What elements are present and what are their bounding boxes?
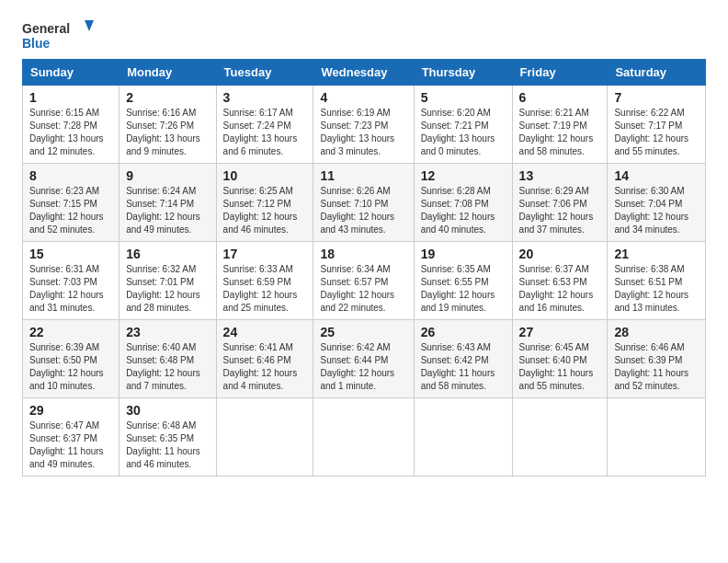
calendar-cell: 13Sunrise: 6:29 AMSunset: 7:06 PMDayligh… (512, 164, 608, 242)
calendar-cell (216, 398, 313, 477)
day-info: Sunrise: 6:47 AMSunset: 6:37 PMDaylight:… (29, 419, 112, 471)
day-number: 19 (421, 247, 506, 261)
day-info: Sunrise: 6:31 AMSunset: 7:03 PMDaylight:… (29, 263, 112, 315)
day-info: Sunrise: 6:32 AMSunset: 7:01 PMDaylight:… (126, 263, 209, 315)
day-info: Sunrise: 6:40 AMSunset: 6:48 PMDaylight:… (126, 341, 209, 393)
calendar-cell: 29Sunrise: 6:47 AMSunset: 6:37 PMDayligh… (23, 398, 119, 477)
day-info: Sunrise: 6:24 AMSunset: 7:14 PMDaylight:… (126, 185, 209, 236)
calendar-cell (608, 398, 706, 477)
svg-marker-2 (85, 20, 94, 31)
logo-svg: General Blue (22, 18, 96, 53)
day-info: Sunrise: 6:29 AMSunset: 7:06 PMDaylight:… (519, 185, 601, 236)
day-number: 11 (320, 168, 406, 183)
calendar-cell: 5Sunrise: 6:20 AMSunset: 7:21 PMDaylight… (414, 86, 512, 164)
day-info: Sunrise: 6:45 AMSunset: 6:40 PMDaylight:… (519, 341, 601, 393)
calendar-cell: 20Sunrise: 6:37 AMSunset: 6:53 PMDayligh… (512, 242, 608, 320)
day-info: Sunrise: 6:23 AMSunset: 7:15 PMDaylight:… (29, 185, 112, 236)
day-number: 10 (223, 168, 307, 183)
day-info: Sunrise: 6:37 AMSunset: 6:53 PMDaylight:… (519, 263, 601, 315)
day-number: 5 (421, 90, 506, 105)
calendar-cell: 17Sunrise: 6:33 AMSunset: 6:59 PMDayligh… (216, 242, 313, 320)
calendar-cell: 21Sunrise: 6:38 AMSunset: 6:51 PMDayligh… (608, 242, 706, 320)
day-info: Sunrise: 6:19 AMSunset: 7:23 PMDaylight:… (320, 107, 406, 158)
day-info: Sunrise: 6:22 AMSunset: 7:17 PMDaylight:… (614, 107, 699, 158)
calendar-cell: 27Sunrise: 6:45 AMSunset: 6:40 PMDayligh… (512, 320, 608, 398)
day-info: Sunrise: 6:15 AMSunset: 7:28 PMDaylight:… (29, 107, 112, 158)
calendar-cell: 22Sunrise: 6:39 AMSunset: 6:50 PMDayligh… (23, 320, 119, 398)
day-number: 18 (320, 247, 406, 261)
day-info: Sunrise: 6:39 AMSunset: 6:50 PMDaylight:… (29, 341, 112, 393)
logo: General Blue (22, 18, 96, 53)
week-row-2: 8Sunrise: 6:23 AMSunset: 7:15 PMDaylight… (23, 164, 706, 242)
header-tuesday: Tuesday (216, 60, 313, 86)
day-number: 13 (519, 168, 601, 183)
calendar-cell: 19Sunrise: 6:35 AMSunset: 6:55 PMDayligh… (414, 242, 512, 320)
day-info: Sunrise: 6:34 AMSunset: 6:57 PMDaylight:… (320, 263, 406, 315)
calendar-cell (313, 398, 414, 477)
calendar-cell: 30Sunrise: 6:48 AMSunset: 6:35 PMDayligh… (119, 398, 216, 477)
day-info: Sunrise: 6:38 AMSunset: 6:51 PMDaylight:… (614, 263, 699, 315)
day-number: 27 (519, 325, 601, 339)
day-number: 24 (223, 325, 307, 339)
day-number: 8 (29, 168, 112, 183)
day-number: 22 (29, 325, 112, 339)
header-monday: Monday (119, 60, 216, 86)
calendar-cell: 11Sunrise: 6:26 AMSunset: 7:10 PMDayligh… (313, 164, 414, 242)
day-number: 6 (519, 90, 601, 105)
week-row-1: 1Sunrise: 6:15 AMSunset: 7:28 PMDaylight… (23, 86, 706, 164)
calendar-cell: 8Sunrise: 6:23 AMSunset: 7:15 PMDaylight… (23, 164, 119, 242)
calendar-cell: 25Sunrise: 6:42 AMSunset: 6:44 PMDayligh… (313, 320, 414, 398)
day-info: Sunrise: 6:48 AMSunset: 6:35 PMDaylight:… (126, 419, 209, 471)
svg-text:General: General (22, 21, 70, 36)
day-info: Sunrise: 6:26 AMSunset: 7:10 PMDaylight:… (320, 185, 406, 236)
calendar-cell: 15Sunrise: 6:31 AMSunset: 7:03 PMDayligh… (23, 242, 119, 320)
calendar-cell: 6Sunrise: 6:21 AMSunset: 7:19 PMDaylight… (512, 86, 608, 164)
calendar-cell: 12Sunrise: 6:28 AMSunset: 7:08 PMDayligh… (414, 164, 512, 242)
calendar-cell: 7Sunrise: 6:22 AMSunset: 7:17 PMDaylight… (608, 86, 706, 164)
header-row: SundayMondayTuesdayWednesdayThursdayFrid… (23, 60, 706, 86)
calendar-cell (414, 398, 512, 477)
day-number: 15 (29, 247, 112, 261)
calendar-cell: 26Sunrise: 6:43 AMSunset: 6:42 PMDayligh… (414, 320, 512, 398)
day-info: Sunrise: 6:42 AMSunset: 6:44 PMDaylight:… (320, 341, 406, 393)
day-info: Sunrise: 6:30 AMSunset: 7:04 PMDaylight:… (614, 185, 699, 236)
day-number: 21 (614, 247, 699, 261)
day-info: Sunrise: 6:33 AMSunset: 6:59 PMDaylight:… (223, 263, 307, 315)
calendar-cell: 18Sunrise: 6:34 AMSunset: 6:57 PMDayligh… (313, 242, 414, 320)
day-number: 30 (126, 403, 209, 418)
day-number: 26 (421, 325, 506, 339)
day-info: Sunrise: 6:16 AMSunset: 7:26 PMDaylight:… (126, 107, 209, 158)
day-number: 4 (320, 90, 406, 105)
day-info: Sunrise: 6:41 AMSunset: 6:46 PMDaylight:… (223, 341, 307, 393)
week-row-4: 22Sunrise: 6:39 AMSunset: 6:50 PMDayligh… (23, 320, 706, 398)
calendar-cell: 9Sunrise: 6:24 AMSunset: 7:14 PMDaylight… (119, 164, 216, 242)
day-info: Sunrise: 6:17 AMSunset: 7:24 PMDaylight:… (223, 107, 307, 158)
day-number: 28 (614, 325, 699, 339)
day-info: Sunrise: 6:46 AMSunset: 6:39 PMDaylight:… (614, 341, 699, 393)
day-number: 17 (223, 247, 307, 261)
day-number: 9 (126, 168, 209, 183)
day-number: 16 (126, 247, 209, 261)
calendar-cell: 10Sunrise: 6:25 AMSunset: 7:12 PMDayligh… (216, 164, 313, 242)
day-number: 3 (223, 90, 307, 105)
calendar-cell: 4Sunrise: 6:19 AMSunset: 7:23 PMDaylight… (313, 86, 414, 164)
svg-text:Blue: Blue (22, 36, 51, 51)
calendar-cell: 28Sunrise: 6:46 AMSunset: 6:39 PMDayligh… (608, 320, 706, 398)
day-number: 20 (519, 247, 601, 261)
calendar-cell (512, 398, 608, 477)
calendar-cell: 16Sunrise: 6:32 AMSunset: 7:01 PMDayligh… (119, 242, 216, 320)
header-saturday: Saturday (608, 60, 706, 86)
calendar-cell: 23Sunrise: 6:40 AMSunset: 6:48 PMDayligh… (119, 320, 216, 398)
day-info: Sunrise: 6:20 AMSunset: 7:21 PMDaylight:… (421, 107, 506, 158)
calendar-cell: 3Sunrise: 6:17 AMSunset: 7:24 PMDaylight… (216, 86, 313, 164)
day-number: 23 (126, 325, 209, 339)
day-number: 29 (29, 403, 112, 418)
day-number: 25 (320, 325, 406, 339)
day-info: Sunrise: 6:21 AMSunset: 7:19 PMDaylight:… (519, 107, 601, 158)
calendar-cell: 2Sunrise: 6:16 AMSunset: 7:26 PMDaylight… (119, 86, 216, 164)
header-wednesday: Wednesday (313, 60, 414, 86)
page-header: General Blue (22, 18, 706, 53)
header-sunday: Sunday (23, 60, 119, 86)
calendar-table: SundayMondayTuesdayWednesdayThursdayFrid… (22, 59, 706, 477)
day-info: Sunrise: 6:35 AMSunset: 6:55 PMDaylight:… (421, 263, 506, 315)
